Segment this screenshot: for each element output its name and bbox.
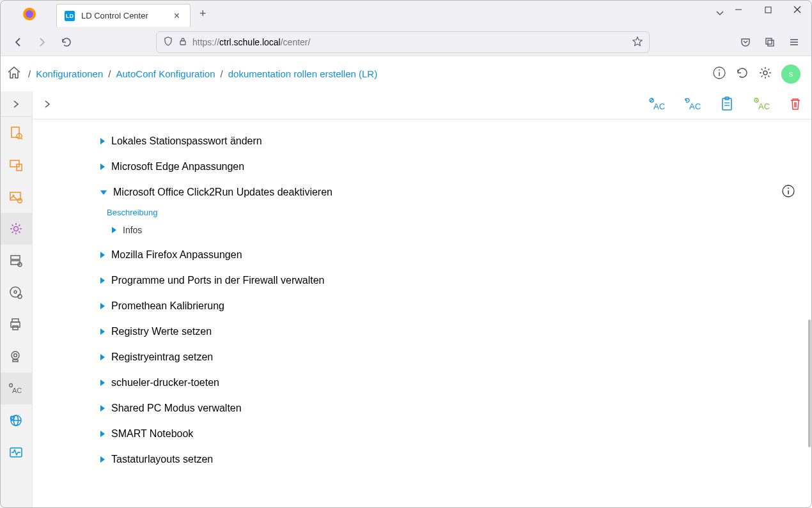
firefox-icon bbox=[22, 6, 37, 22]
scrollbar[interactable] bbox=[808, 319, 811, 447]
svg-rect-33 bbox=[13, 326, 18, 330]
svg-point-29 bbox=[14, 291, 17, 293]
sidebar-item-ac[interactable]: AC bbox=[0, 373, 32, 404]
tree-label: Microsoft Edge Anpassungen bbox=[111, 161, 244, 173]
tree-row[interactable]: Microsoft Edge Anpassungen bbox=[58, 154, 795, 180]
sidebar-item-print[interactable] bbox=[0, 309, 32, 341]
tree-child-row[interactable]: Infos bbox=[58, 221, 795, 242]
new-tab-button[interactable]: + bbox=[199, 7, 207, 20]
tree-row[interactable]: SMART Notebook bbox=[58, 421, 795, 447]
pocket-icon[interactable] bbox=[734, 32, 757, 52]
chevron-right-icon[interactable] bbox=[100, 380, 105, 386]
breadcrumb-link-autoconf[interactable]: AutoConf Konfiguration bbox=[116, 68, 215, 79]
window-close-button[interactable] bbox=[783, 0, 812, 19]
svg-line-44 bbox=[650, 99, 653, 102]
tree-row[interactable]: Registryeintrag setzen bbox=[58, 344, 795, 370]
svg-line-18 bbox=[21, 138, 23, 140]
sub-expand-icon[interactable] bbox=[43, 100, 52, 111]
maximize-button[interactable] bbox=[753, 0, 783, 19]
svg-point-56 bbox=[788, 188, 789, 189]
sidebar-item-globe[interactable] bbox=[0, 404, 32, 436]
chevron-right-icon[interactable] bbox=[100, 277, 105, 284]
svg-text:AC: AC bbox=[758, 102, 770, 111]
svg-point-23 bbox=[18, 199, 22, 203]
refresh-icon[interactable] bbox=[735, 66, 749, 82]
chevron-right-icon[interactable] bbox=[112, 227, 116, 233]
sidebar-item-camera[interactable] bbox=[0, 341, 32, 373]
svg-rect-16 bbox=[12, 127, 19, 137]
svg-rect-6 bbox=[180, 41, 185, 45]
lock-icon[interactable] bbox=[178, 37, 187, 48]
chevron-right-icon[interactable] bbox=[100, 354, 105, 360]
gear-icon[interactable] bbox=[758, 66, 772, 82]
svg-rect-7 bbox=[766, 38, 772, 44]
sidebar-item-doc[interactable] bbox=[0, 117, 32, 149]
tree-label: Registry Werte setzen bbox=[111, 326, 212, 337]
tree-row[interactable]: schueler-drucker-toeten bbox=[58, 370, 795, 396]
chevron-right-icon[interactable] bbox=[100, 252, 105, 258]
breadcrumb-link-dokumentation[interactable]: dokumentation rollen erstellen (LR) bbox=[228, 68, 377, 79]
sidebar-item-disc[interactable] bbox=[0, 277, 32, 309]
tree-child-label: Infos bbox=[123, 225, 142, 235]
chevron-right-icon[interactable] bbox=[100, 164, 105, 170]
sidebar-expand-icon[interactable] bbox=[0, 91, 32, 117]
clipboard-icon[interactable] bbox=[720, 96, 734, 114]
tree-row[interactable]: Microsoft Office Click2Run Updates deakt… bbox=[58, 180, 795, 205]
chevron-right-icon[interactable] bbox=[100, 303, 105, 309]
description-label: Beschreibung bbox=[107, 205, 795, 221]
sub-toolbar: AC AC AC bbox=[33, 91, 812, 119]
sidebar-item-server[interactable] bbox=[0, 245, 32, 277]
tree-row[interactable]: Registry Werte setzen bbox=[58, 319, 795, 344]
tree-row[interactable]: Programme und Ports in der Firewall verw… bbox=[58, 268, 795, 293]
back-button[interactable] bbox=[6, 32, 29, 52]
tree-row[interactable]: Mozilla Firefox Anpassungen bbox=[58, 242, 795, 268]
chevron-right-icon[interactable] bbox=[100, 431, 105, 437]
info-icon[interactable] bbox=[781, 184, 795, 201]
content-area: Lokales Stationspasswort ändernMicrosoft… bbox=[33, 119, 812, 508]
close-icon[interactable]: × bbox=[171, 10, 182, 22]
tree-row[interactable]: Promethean Kalibrierung bbox=[58, 293, 795, 319]
url-bar[interactable]: https://ctrl.schule.local/center/ bbox=[156, 31, 650, 53]
breadcrumb-link-konfigurationen[interactable]: Konfigurationen bbox=[36, 68, 103, 79]
sidebar-item-activity[interactable] bbox=[0, 436, 32, 468]
svg-point-28 bbox=[10, 287, 20, 297]
sidebar-item-image[interactable] bbox=[0, 181, 32, 213]
forward-button bbox=[31, 32, 54, 52]
account-icon[interactable] bbox=[758, 32, 781, 52]
info-icon[interactable] bbox=[712, 66, 726, 82]
minimize-button[interactable] bbox=[724, 0, 753, 19]
browser-tab[interactable]: LD LD Control Center × bbox=[56, 4, 191, 27]
tab-favicon: LD bbox=[65, 11, 75, 21]
svg-text:AC: AC bbox=[653, 102, 665, 111]
app-header: / Konfigurationen / AutoConf Konfigurati… bbox=[0, 56, 812, 91]
url-text: https://ctrl.schule.local/center/ bbox=[192, 37, 627, 47]
tree-row[interactable]: Lokales Stationspasswort ändern bbox=[58, 128, 795, 154]
ac-action-3[interactable]: AC bbox=[753, 97, 770, 114]
tab-title: LD Control Center bbox=[81, 11, 171, 20]
svg-point-35 bbox=[14, 354, 17, 357]
ac-action-1[interactable]: AC bbox=[648, 97, 665, 114]
shield-icon[interactable] bbox=[163, 36, 173, 49]
breadcrumb: / Konfigurationen / AutoConf Konfigurati… bbox=[28, 68, 377, 79]
chevron-down-icon[interactable] bbox=[100, 190, 107, 195]
reload-button[interactable] bbox=[55, 32, 78, 52]
chevron-right-icon[interactable] bbox=[100, 138, 105, 144]
sidebar-item-devices[interactable] bbox=[0, 149, 32, 181]
svg-point-24 bbox=[14, 227, 19, 231]
trash-icon[interactable] bbox=[789, 97, 802, 113]
svg-rect-3 bbox=[765, 7, 771, 13]
home-icon[interactable] bbox=[6, 65, 22, 82]
bookmark-star-icon[interactable] bbox=[632, 36, 643, 49]
tree-label: Microsoft Office Click2Run Updates deakt… bbox=[113, 187, 332, 198]
tree-row[interactable]: Tastaturlayouts setzen bbox=[58, 447, 795, 472]
hamburger-menu-icon[interactable] bbox=[783, 32, 806, 52]
svg-point-15 bbox=[763, 71, 767, 75]
chevron-right-icon[interactable] bbox=[100, 405, 105, 412]
ac-action-2[interactable]: AC bbox=[684, 97, 701, 114]
avatar[interactable]: s bbox=[781, 65, 800, 84]
sidebar-item-settings[interactable] bbox=[0, 213, 32, 245]
tree-label: Shared PC Modus verwalten bbox=[111, 403, 242, 414]
chevron-right-icon[interactable] bbox=[100, 456, 105, 463]
chevron-right-icon[interactable] bbox=[100, 328, 105, 335]
tree-row[interactable]: Shared PC Modus verwalten bbox=[58, 396, 795, 421]
